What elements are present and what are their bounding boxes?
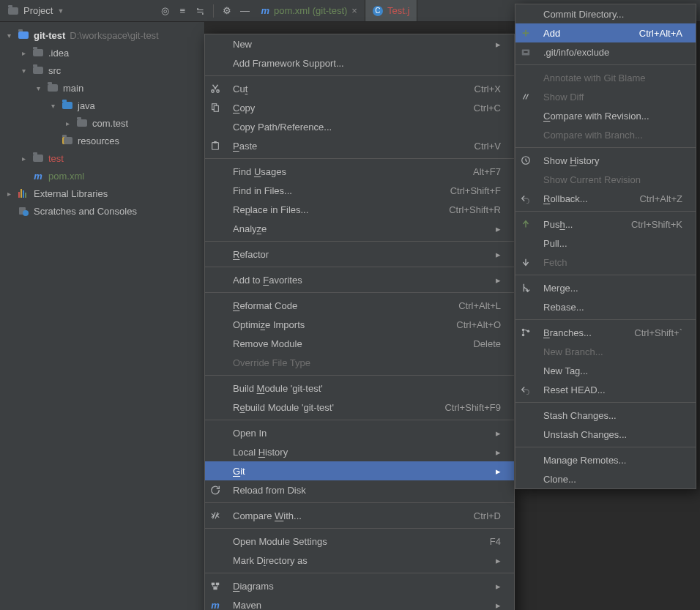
menu-item-label: Open Module Settings xyxy=(233,536,465,547)
menu-item[interactable]: Open In▸ xyxy=(205,423,514,442)
menu-item[interactable]: Pull... xyxy=(515,234,696,253)
tab-pom[interactable]: m pom.xml (git-test) × xyxy=(253,0,365,21)
menu-item[interactable]: Find UsagesAlt+F7 xyxy=(205,162,514,181)
menu-item[interactable]: mMaven▸ xyxy=(205,595,514,610)
tree-node[interactable]: ▾java xyxy=(0,97,204,114)
menu-item[interactable]: Show History xyxy=(515,151,696,170)
menu-item-label: Remove Module xyxy=(233,338,448,349)
menu-item[interactable]: Diagrams▸ xyxy=(205,576,514,595)
collapse-all-icon[interactable]: ≒ xyxy=(193,4,207,18)
menu-item[interactable]: .git/info/exclude xyxy=(515,42,696,62)
menu-item[interactable]: Mark Directory as▸ xyxy=(205,551,514,570)
minimize-icon[interactable]: — xyxy=(237,4,252,18)
menu-item[interactable]: New Tag... xyxy=(515,361,696,380)
menu-item-label: Merge... xyxy=(543,283,682,294)
menu-item[interactable]: Compare with Revision... xyxy=(515,106,696,125)
menu-item[interactable]: Manage Remotes... xyxy=(515,450,696,469)
project-label: Project xyxy=(23,5,53,16)
menu-item-label: Commit Directory... xyxy=(543,9,682,20)
menu-item-label: Compare with Revision... xyxy=(543,111,682,122)
menu-item[interactable]: Local History▸ xyxy=(205,442,514,461)
submenu-arrow-icon: ▸ xyxy=(488,39,501,50)
svg-rect-7 xyxy=(214,141,217,144)
tree-node[interactable]: ▸test xyxy=(0,149,204,167)
project-tree[interactable]: ▾ git-test D:\workspace\git-test ▸.idea▾… xyxy=(0,22,205,610)
chevron-down-icon[interactable]: ▾ xyxy=(4,31,13,40)
close-icon[interactable]: × xyxy=(351,5,357,16)
diagram-icon xyxy=(205,581,226,591)
target-icon[interactable]: ◎ xyxy=(157,4,172,18)
menu-item[interactable]: Replace in Files...Ctrl+Shift+R xyxy=(205,200,514,219)
menu-item[interactable]: Rebase... xyxy=(515,297,696,316)
menu-separator xyxy=(515,275,696,275)
tree-node[interactable]: ▸com.test xyxy=(0,114,204,132)
menu-item-label: Rebuild Module 'git-test' xyxy=(233,402,420,413)
menu-item[interactable]: AddCtrl+Alt+A xyxy=(515,23,696,42)
git-submenu[interactable]: Commit Directory...AddCtrl+Alt+A.git/inf… xyxy=(515,4,696,489)
menu-item[interactable]: Add Framework Support... xyxy=(205,53,514,72)
scratches-and-consoles[interactable]: Scratches and Consoles xyxy=(0,202,204,220)
menu-item[interactable]: Open Module SettingsF4 xyxy=(205,532,514,551)
menu-item[interactable]: Reload from Disk xyxy=(205,480,514,499)
chevron-down-icon[interactable]: ▾ xyxy=(48,102,57,110)
tab-label: pom.xml (git-test) xyxy=(274,5,347,16)
menu-item[interactable]: CopyCtrl+C xyxy=(205,98,514,117)
menu-item[interactable]: Clone... xyxy=(515,469,696,488)
tree-node[interactable]: ▸.idea xyxy=(0,44,204,62)
tree-node[interactable]: ▾src xyxy=(0,62,204,79)
menu-item-label: Copy Path/Reference... xyxy=(233,122,501,133)
editor-tabs: m pom.xml (git-test) × C Test.j xyxy=(253,0,417,21)
menu-item[interactable]: Merge... xyxy=(515,278,696,297)
menu-item[interactable]: PasteCtrl+V xyxy=(205,136,514,155)
menu-item[interactable]: Git▸ xyxy=(205,461,514,480)
menu-item[interactable]: Analyze▸ xyxy=(205,219,514,238)
merge-icon xyxy=(515,283,536,293)
menu-item-shortcut: Ctrl+Shift+R xyxy=(431,204,501,215)
add-icon xyxy=(515,28,536,38)
gear-icon[interactable]: ⚙ xyxy=(220,4,234,18)
menu-item-shortcut: Ctrl+Shift+F xyxy=(433,185,501,196)
menu-item[interactable]: Rollback...Ctrl+Alt+Z xyxy=(515,189,696,208)
tree-node[interactable]: ▾main xyxy=(0,79,204,97)
menu-item[interactable]: Optimize ImportsCtrl+Alt+O xyxy=(205,315,514,334)
tree-node[interactable]: mpom.xml xyxy=(0,167,204,185)
tree-root[interactable]: ▾ git-test D:\workspace\git-test xyxy=(0,26,204,44)
expand-all-icon[interactable]: ≡ xyxy=(175,4,190,18)
svg-point-1 xyxy=(23,210,29,216)
chevron-right-icon[interactable]: ▸ xyxy=(63,119,72,127)
chevron-down-icon[interactable]: ▾ xyxy=(34,84,42,92)
menu-item[interactable]: CutCtrl+X xyxy=(205,79,514,98)
menu-item-label: Analyze xyxy=(233,223,481,234)
tree-root-name: git-test xyxy=(34,30,65,41)
chevron-right-icon[interactable]: ▸ xyxy=(19,49,28,57)
external-libraries[interactable]: ▸ External Libraries xyxy=(0,185,204,202)
context-menu[interactable]: New▸Add Framework Support...CutCtrl+XCop… xyxy=(204,34,515,610)
menu-item-shortcut: Alt+F7 xyxy=(455,166,501,177)
menu-item[interactable]: Copy Path/Reference... xyxy=(205,117,514,136)
tree-node[interactable]: resources xyxy=(0,132,204,149)
diff-icon xyxy=(515,92,536,102)
project-tool-button[interactable]: Project ▼ xyxy=(3,4,68,18)
menu-item[interactable]: Compare With...Ctrl+D xyxy=(205,506,514,525)
menu-item[interactable]: Refactor▸ xyxy=(205,245,514,264)
menu-item-label: New Branch... xyxy=(543,346,682,357)
chevron-right-icon[interactable]: ▸ xyxy=(19,155,28,163)
menu-item[interactable]: Rebuild Module 'git-test'Ctrl+Shift+F9 xyxy=(205,398,514,417)
menu-item[interactable]: Add to Favorites▸ xyxy=(205,270,514,289)
menu-item[interactable]: Remove ModuleDelete xyxy=(205,334,514,353)
menu-item[interactable]: Commit Directory... xyxy=(515,4,696,23)
menu-item[interactable]: Find in Files...Ctrl+Shift+F xyxy=(205,181,514,200)
menu-item[interactable]: Branches...Ctrl+Shift+` xyxy=(515,323,696,342)
menu-item[interactable]: Reformat CodeCtrl+Alt+L xyxy=(205,296,514,315)
menu-item[interactable]: New▸ xyxy=(205,34,514,53)
menu-item[interactable]: Stash Changes... xyxy=(515,406,696,425)
menu-item[interactable]: Push...Ctrl+Shift+K xyxy=(515,215,696,234)
chevron-right-icon[interactable]: ▸ xyxy=(4,190,13,198)
chevron-down-icon[interactable]: ▾ xyxy=(19,67,28,75)
menu-item[interactable]: Reset HEAD... xyxy=(515,380,696,399)
tab-test[interactable]: C Test.j xyxy=(365,0,417,21)
menu-item[interactable]: Build Module 'git-test' xyxy=(205,379,514,398)
submenu-arrow-icon: ▸ xyxy=(488,249,501,260)
menu-item[interactable]: Unstash Changes... xyxy=(515,425,696,444)
menu-item-label: Refactor xyxy=(233,249,481,260)
